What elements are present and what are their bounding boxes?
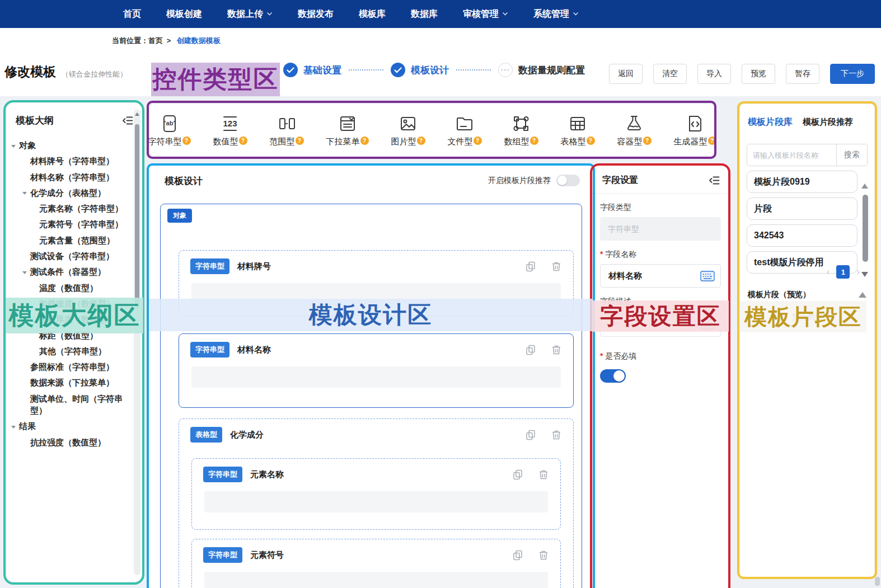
help-icon[interactable]: ?: [360, 137, 369, 145]
help-icon[interactable]: ?: [530, 137, 538, 145]
trash-icon[interactable]: [538, 469, 549, 480]
tree-node[interactable]: 材料名称（字符串型）: [7, 171, 128, 183]
help-icon[interactable]: ?: [474, 137, 482, 145]
prev-page-icon[interactable]: ‹: [827, 266, 830, 277]
tree-node[interactable]: 温度（数值型）: [7, 282, 128, 294]
trash-icon[interactable]: [551, 261, 562, 272]
scrollbar-thumb[interactable]: [863, 195, 868, 262]
fragment-recommend-toggle[interactable]: [556, 175, 580, 186]
preview-button[interactable]: 预览: [742, 64, 775, 84]
step-template-design[interactable]: 模板设计: [391, 63, 449, 77]
tree-node[interactable]: 元素含量（范围型）: [7, 234, 128, 246]
breadcrumb-home[interactable]: 首页: [148, 36, 163, 45]
fragment-item[interactable]: 模板片段0919: [747, 171, 857, 193]
help-icon[interactable]: ?: [296, 137, 304, 145]
tab-fragment-library[interactable]: 模板片段库: [748, 116, 793, 128]
control-type-array[interactable]: 数组型?: [504, 114, 538, 147]
collapse-panel-icon[interactable]: [709, 176, 720, 185]
tree-node[interactable]: 其他（字符串型）: [7, 345, 128, 357]
tree-node[interactable]: 数据来源（下拉菜单）: [7, 377, 128, 388]
control-type-image[interactable]: 图片型?: [391, 114, 425, 147]
field-desc-input[interactable]: [607, 319, 700, 330]
help-icon[interactable]: ?: [708, 137, 716, 145]
scroll-up-icon[interactable]: [135, 112, 139, 116]
help-icon[interactable]: ?: [239, 137, 247, 145]
field-input-preview[interactable]: [204, 491, 548, 512]
tree-node[interactable]: 元素名称（字符串型）: [7, 203, 128, 214]
tree-node[interactable]: 测试单位、时间（字符串型）: [7, 393, 128, 417]
nav-database[interactable]: 数据库: [411, 8, 438, 20]
search-button[interactable]: 搜索: [836, 144, 867, 166]
field-card-material-grade[interactable]: 字符串型 材料牌号: [179, 250, 574, 316]
nav-system-management[interactable]: 系统管理: [533, 8, 579, 20]
field-input-preview[interactable]: [204, 572, 548, 588]
tree-node[interactable]: 标距（数值型）: [7, 330, 128, 341]
fragment-item[interactable]: 342543: [747, 224, 857, 247]
copy-icon[interactable]: [512, 549, 523, 561]
page-number[interactable]: 1: [836, 265, 850, 279]
keyboard-icon[interactable]: [700, 319, 715, 330]
object-container[interactable]: 对象 字符串型 材料牌号 字符串型 材料名称: [160, 204, 582, 588]
next-page-icon[interactable]: ›: [856, 266, 860, 277]
required-toggle[interactable]: [600, 369, 626, 383]
scroll-down-icon[interactable]: [861, 272, 868, 277]
control-type-string[interactable]: "ab" 字符串型?: [148, 114, 191, 147]
keyboard-icon[interactable]: [700, 271, 715, 281]
help-icon[interactable]: ?: [417, 137, 425, 145]
control-type-file[interactable]: 文件型?: [448, 114, 482, 147]
tree-node[interactable]: 元素符号（字符串型）: [7, 218, 128, 230]
nav-home[interactable]: 首页: [123, 8, 141, 20]
tree-node[interactable]: 加载速度（数值型）: [7, 298, 128, 309]
page-scrollbar-nub[interactable]: [875, 577, 880, 586]
next-step-button[interactable]: 下一步: [830, 64, 875, 84]
help-icon[interactable]: ?: [182, 137, 191, 145]
trash-icon[interactable]: [538, 549, 549, 561]
save-draft-button[interactable]: 暂存: [786, 64, 819, 84]
trash-icon[interactable]: [551, 344, 562, 355]
tab-fragment-recommend[interactable]: 模板片段推荐: [803, 117, 853, 128]
tree-node[interactable]: 材料牌号（字符串型）: [7, 155, 128, 167]
collapse-up-icon[interactable]: [859, 292, 866, 298]
field-card-element-name[interactable]: 字符串型 元素名称: [191, 458, 561, 530]
copy-icon[interactable]: [525, 261, 536, 272]
fragment-search-input[interactable]: [747, 144, 836, 166]
tree-node[interactable]: 化学成分（表格型）: [7, 187, 128, 199]
help-icon[interactable]: ?: [643, 137, 652, 145]
field-name-input[interactable]: [607, 271, 700, 281]
breadcrumb-current-link[interactable]: 创建数据模板: [177, 36, 221, 45]
field-input-preview[interactable]: [191, 366, 561, 388]
step-data-rules[interactable]: ··· 数据量规则配置: [498, 63, 585, 77]
control-type-dropdown[interactable]: 下拉菜单?: [326, 114, 369, 147]
field-input-preview[interactable]: [191, 283, 561, 304]
tree-node[interactable]: 测试设备（字符串型）: [7, 250, 128, 262]
scroll-up-icon[interactable]: [861, 184, 868, 189]
nav-template-create[interactable]: 模板创建: [166, 8, 202, 20]
fragment-item[interactable]: 片段: [747, 197, 857, 220]
nav-review-management[interactable]: 审核管理: [463, 8, 508, 20]
tree-node[interactable]: 参照标准（字符串型）: [7, 361, 128, 373]
help-icon[interactable]: ?: [587, 137, 595, 145]
copy-icon[interactable]: [512, 469, 523, 480]
copy-icon[interactable]: [525, 344, 536, 355]
outline-scrollbar[interactable]: [134, 110, 140, 575]
nav-template-library[interactable]: 模板库: [359, 8, 386, 20]
control-type-container[interactable]: 容器型?: [617, 114, 652, 147]
field-card-material-name[interactable]: 字符串型 材料名称: [179, 333, 574, 408]
clear-button[interactable]: 清空: [653, 64, 687, 84]
step-basic-settings[interactable]: 基础设置: [283, 63, 341, 77]
import-button[interactable]: 导入: [697, 64, 731, 84]
copy-icon[interactable]: [525, 429, 536, 440]
tree-node[interactable]: 测试条件（容器型）: [7, 266, 128, 277]
control-type-number[interactable]: 123 数值型?: [213, 114, 247, 147]
control-type-table[interactable]: 表格型?: [561, 114, 595, 147]
tree-node[interactable]: 结果: [7, 420, 128, 432]
field-card-element-symbol[interactable]: 字符串型 元素符号: [191, 539, 561, 588]
trash-icon[interactable]: [551, 429, 562, 440]
tree-node[interactable]: 对象: [7, 139, 128, 151]
field-card-chemical-composition[interactable]: 表格型 化学成分 字符串型 元素名称: [179, 418, 574, 588]
tree-node[interactable]: 试样厚度（数值型）: [7, 313, 128, 325]
control-type-generator[interactable]: 生成器型?: [674, 114, 716, 147]
back-button[interactable]: 返回: [609, 64, 643, 84]
collapse-panel-icon[interactable]: [122, 116, 133, 125]
tree-node[interactable]: 抗拉强度（数值型）: [7, 436, 128, 448]
